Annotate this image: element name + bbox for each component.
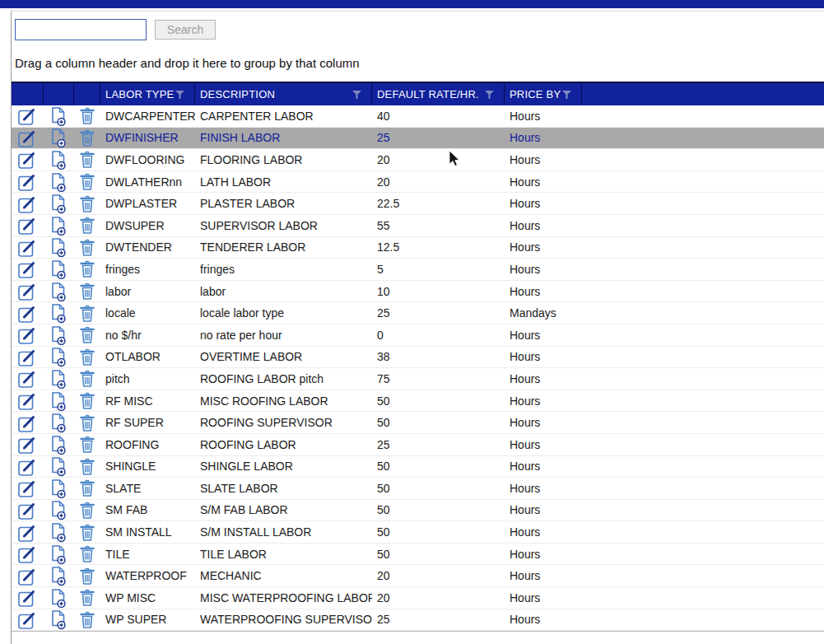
row-copy-button[interactable] (49, 544, 70, 564)
row-copy-button[interactable] (49, 368, 70, 389)
table-row[interactable]: DWCARPENTER CARPENTER LABOR 40 Hours (12, 105, 824, 128)
search-button[interactable]: Search (155, 20, 216, 40)
row-copy-button[interactable] (49, 500, 70, 520)
row-edit-button[interactable] (17, 194, 39, 214)
row-copy-button[interactable] (49, 478, 70, 498)
row-edit-button[interactable] (17, 259, 39, 279)
row-edit-button[interactable] (17, 149, 39, 170)
row-copy-button[interactable] (49, 413, 70, 433)
row-delete-button[interactable] (77, 500, 98, 520)
group-by-drop-zone[interactable]: Drag a column header and drop it here to… (15, 56, 360, 70)
row-copy-button[interactable] (49, 171, 70, 192)
row-delete-button[interactable] (77, 544, 98, 564)
row-delete-button[interactable] (77, 368, 98, 389)
row-edit-button[interactable] (17, 171, 39, 192)
row-copy-button[interactable] (49, 522, 70, 543)
table-row[interactable]: labor labor 10 Hours (12, 281, 824, 303)
filter-funnel-icon[interactable] (562, 91, 571, 99)
table-row[interactable]: DWFLOORING FLOORING LABOR 20 Hours (12, 149, 824, 171)
row-edit-button[interactable] (17, 544, 39, 564)
row-copy-button[interactable] (49, 128, 70, 148)
row-copy-button[interactable] (49, 149, 70, 170)
row-delete-button[interactable] (77, 587, 98, 608)
table-row[interactable]: DWSUPER SUPERVISOR LABOR 55 Hours (12, 215, 824, 237)
row-delete-button[interactable] (77, 522, 98, 543)
table-row[interactable]: pitch ROOFING LABOR pitch 75 Hours (12, 368, 824, 390)
row-copy-button[interactable] (49, 609, 70, 630)
table-row[interactable]: locale locale labor type 25 Mandays (12, 302, 824, 324)
row-copy-button[interactable] (49, 105, 70, 126)
row-delete-button[interactable] (77, 281, 98, 301)
row-delete-button[interactable] (77, 609, 98, 630)
table-row[interactable]: DWLATHERnn LATH LABOR 20 Hours (12, 171, 824, 194)
table-row[interactable]: WP SUPER WATERPROOFING SUPERVISOR 25 Hou… (12, 609, 824, 632)
table-row[interactable]: fringes fringes 5 Hours (12, 259, 824, 281)
row-delete-button[interactable] (77, 194, 98, 214)
table-row[interactable]: WATERPROOF MECHANIC 20 Hours (12, 565, 824, 587)
row-delete-button[interactable] (77, 566, 98, 586)
column-header-default-rate[interactable]: DEFAULT RATE/HR. (372, 83, 505, 105)
row-edit-button[interactable] (17, 347, 39, 367)
row-edit-button[interactable] (17, 368, 39, 389)
table-row[interactable]: TILE TILE LABOR 50 Hours (12, 544, 824, 566)
row-edit-button[interactable] (17, 587, 39, 608)
row-delete-button[interactable] (77, 324, 98, 345)
column-header-price-by[interactable]: PRICE BY (505, 83, 582, 105)
row-edit-button[interactable] (17, 237, 39, 258)
row-edit-button[interactable] (17, 434, 39, 455)
row-delete-button[interactable] (77, 303, 98, 324)
row-delete-button[interactable] (77, 434, 98, 455)
row-edit-button[interactable] (17, 303, 39, 324)
table-row[interactable]: DWFINISHER FINISH LABOR 25 Hours (12, 128, 824, 150)
table-row[interactable]: WP MISC MISC WATERPROOFING LABOR 20 Hour… (12, 587, 824, 609)
row-copy-button[interactable] (49, 324, 70, 345)
row-edit-button[interactable] (17, 413, 39, 433)
row-copy-button[interactable] (49, 347, 70, 367)
row-edit-button[interactable] (17, 105, 39, 126)
row-delete-button[interactable] (77, 478, 98, 498)
row-edit-button[interactable] (17, 390, 39, 411)
row-edit-button[interactable] (17, 609, 39, 630)
row-edit-button[interactable] (17, 215, 39, 236)
table-row[interactable]: SLATE SLATE LABOR 50 Hours (12, 478, 824, 500)
row-edit-button[interactable] (17, 324, 39, 345)
filter-funnel-icon[interactable] (485, 91, 494, 99)
table-row[interactable]: SM INSTALL S/M INSTALL LABOR 50 Hours (12, 521, 824, 544)
row-copy-button[interactable] (49, 281, 70, 301)
table-row[interactable]: no $/hr no rate per hour 0 Hours (12, 324, 824, 347)
column-header-labor-type[interactable]: LABOR TYPE (100, 83, 195, 105)
table-row[interactable]: SHINGLE SHINGLE LABOR 50 Hours (12, 456, 824, 478)
row-edit-button[interactable] (17, 456, 39, 477)
row-copy-button[interactable] (49, 587, 70, 608)
row-edit-button[interactable] (17, 522, 39, 543)
row-copy-button[interactable] (49, 303, 70, 324)
filter-funnel-icon[interactable] (352, 91, 361, 99)
row-edit-button[interactable] (17, 128, 39, 148)
row-copy-button[interactable] (49, 390, 70, 411)
row-delete-button[interactable] (77, 259, 98, 279)
row-copy-button[interactable] (49, 259, 70, 279)
row-delete-button[interactable] (77, 456, 98, 477)
row-delete-button[interactable] (77, 347, 98, 367)
column-header-description[interactable]: DESCRIPTION (195, 83, 372, 105)
table-row[interactable]: DWPLASTER PLASTER LABOR 22.5 Hours (12, 193, 824, 215)
row-delete-button[interactable] (77, 215, 98, 236)
row-copy-button[interactable] (49, 456, 70, 477)
row-edit-button[interactable] (17, 566, 39, 586)
row-delete-button[interactable] (77, 149, 98, 170)
row-edit-button[interactable] (17, 500, 39, 520)
row-edit-button[interactable] (17, 478, 39, 498)
row-delete-button[interactable] (77, 413, 98, 433)
row-delete-button[interactable] (77, 171, 98, 192)
table-row[interactable]: RF SUPER ROOFING SUPERVISOR 50 Hours (12, 412, 824, 434)
table-row[interactable]: ROOFING ROOFING LABOR 25 Hours (12, 434, 824, 456)
table-row[interactable]: DWTENDER TENDERER LABOR 12.5 Hours (12, 237, 824, 259)
filter-funnel-icon[interactable] (175, 91, 184, 99)
row-copy-button[interactable] (49, 566, 70, 586)
search-input[interactable] (16, 20, 171, 40)
table-row[interactable]: SM FAB S/M FAB LABOR 50 Hours (12, 500, 824, 522)
row-copy-button[interactable] (49, 434, 70, 455)
row-delete-button[interactable] (77, 390, 98, 411)
row-copy-button[interactable] (49, 237, 70, 258)
row-delete-button[interactable] (77, 237, 98, 258)
